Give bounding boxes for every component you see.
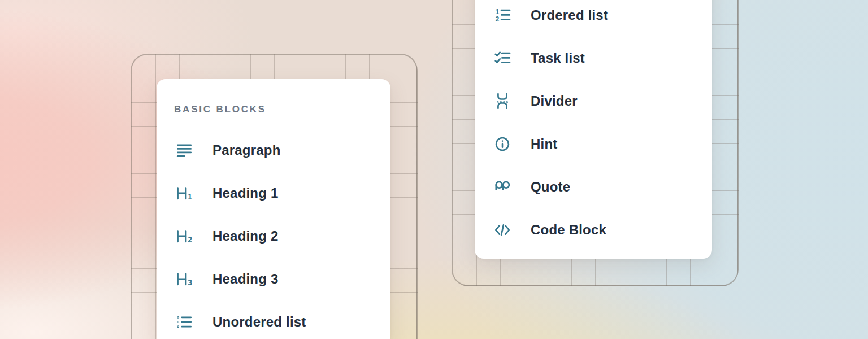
menu-item-label: Quote xyxy=(531,179,570,195)
section-title: BASIC BLOCKS xyxy=(174,104,390,115)
svg-text:1: 1 xyxy=(495,8,499,16)
heading-3-icon: 3 xyxy=(176,271,193,287)
task-list-icon xyxy=(494,50,511,66)
menu-item-unordered-list[interactable]: Unordered list xyxy=(157,301,390,339)
menu-item-code-block[interactable]: Code Block xyxy=(475,208,712,251)
menu-item-label: Unordered list xyxy=(212,314,306,330)
basic-blocks-list: Paragraph 1 Heading 1 2 Heading 2 3 Head… xyxy=(157,129,390,339)
menu-item-task-list[interactable]: Task list xyxy=(475,37,712,80)
hint-icon xyxy=(494,136,511,152)
svg-text:2: 2 xyxy=(188,235,192,244)
more-blocks-list: 1 2 Ordered list Task list Divider Hint … xyxy=(475,0,712,251)
menu-item-label: Code Block xyxy=(531,222,606,238)
menu-item-label: Heading 1 xyxy=(212,185,279,201)
heading-1-icon: 1 xyxy=(176,185,193,201)
menu-item-divider[interactable]: Divider xyxy=(475,80,712,123)
menu-item-label: Ordered list xyxy=(531,7,608,23)
more-blocks-menu: 1 2 Ordered list Task list Divider Hint … xyxy=(475,0,712,259)
quote-icon xyxy=(494,179,511,195)
svg-text:3: 3 xyxy=(188,278,192,287)
heading-2-icon: 2 xyxy=(176,228,193,244)
ordered-list-icon: 1 2 xyxy=(494,7,511,23)
menu-item-label: Task list xyxy=(531,50,585,66)
basic-blocks-menu: BASIC BLOCKS Paragraph 1 Heading 1 2 Hea… xyxy=(157,79,390,339)
menu-item-heading-3[interactable]: 3 Heading 3 xyxy=(157,258,390,301)
svg-text:2: 2 xyxy=(495,15,499,23)
divider-icon xyxy=(494,93,511,109)
code-block-icon xyxy=(494,222,511,238)
menu-item-label: Heading 3 xyxy=(212,271,279,287)
menu-item-label: Heading 2 xyxy=(212,228,279,244)
svg-text:1: 1 xyxy=(188,192,192,201)
menu-item-label: Hint xyxy=(531,136,557,152)
menu-item-paragraph[interactable]: Paragraph xyxy=(157,129,390,172)
menu-item-label: Paragraph xyxy=(212,142,281,158)
paragraph-icon xyxy=(176,142,193,158)
menu-item-ordered-list[interactable]: 1 2 Ordered list xyxy=(475,0,712,37)
unordered-list-icon xyxy=(176,314,193,330)
menu-item-hint[interactable]: Hint xyxy=(475,123,712,166)
menu-item-quote[interactable]: Quote xyxy=(475,166,712,208)
menu-item-heading-1[interactable]: 1 Heading 1 xyxy=(157,172,390,215)
menu-item-heading-2[interactable]: 2 Heading 2 xyxy=(157,215,390,258)
menu-item-label: Divider xyxy=(531,93,578,109)
